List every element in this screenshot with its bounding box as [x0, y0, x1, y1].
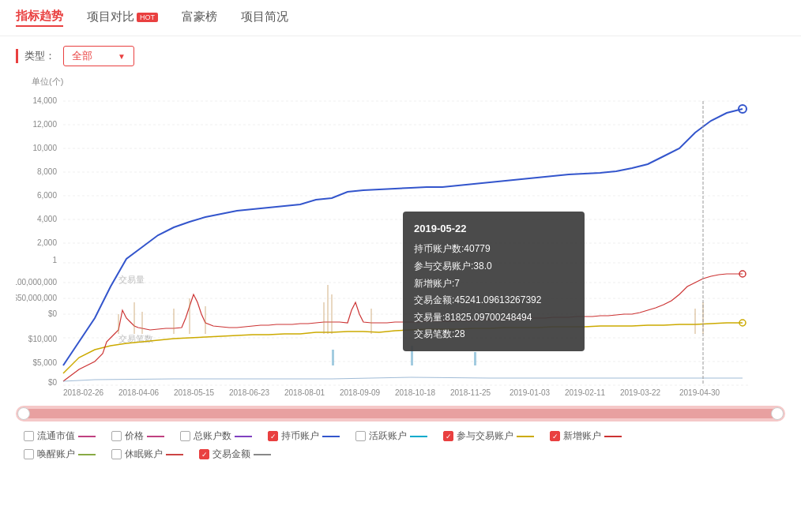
- top-nav: 指标趋势 项目对比HOT 富豪榜 项目简况: [0, 0, 801, 36]
- svg-text:6,000: 6,000: [37, 191, 57, 200]
- svg-text:交易量: 交易量: [118, 275, 145, 284]
- legend-line-dormant-accounts: [166, 454, 183, 455]
- svg-text:2018-10-18: 2018-10-18: [395, 388, 436, 397]
- legend-checkbox-new-accounts[interactable]: [550, 431, 560, 441]
- legend-checkbox-trade-amount[interactable]: [199, 449, 209, 459]
- svg-text:2018-09-09: 2018-09-09: [340, 388, 381, 397]
- svg-text:$50,000,000: $50,000,000: [16, 294, 57, 302]
- legend-label-active-accounts: 活跃账户: [369, 429, 407, 443]
- y-axis-label: 单位(个): [32, 76, 785, 88]
- legend-item-wakeup-accounts[interactable]: 唤醒账户: [24, 448, 96, 461]
- filter-row: 类型： 全部 ▼: [0, 36, 801, 76]
- type-select-value: 全部: [72, 49, 92, 63]
- legend-item-new-accounts[interactable]: 新增账户: [550, 429, 622, 443]
- legend-item-total-accounts[interactable]: 总账户数: [180, 429, 252, 443]
- legend-row-1: 流通市值 价格 总账户数 持币账户 活跃账户 参与: [24, 429, 777, 443]
- legend-item-holding-accounts[interactable]: 持币账户: [268, 429, 340, 443]
- svg-text:2019-02-11: 2019-02-11: [565, 388, 606, 397]
- svg-text:$100,000,000: $100,000,000: [16, 278, 57, 287]
- legend-line-price: [147, 436, 164, 437]
- legend-checkbox-holding-accounts[interactable]: [268, 431, 278, 441]
- legend-item-dormant-accounts[interactable]: 休眠账户: [111, 448, 183, 461]
- svg-text:14,000: 14,000: [32, 96, 57, 105]
- nav-item-indicators[interactable]: 指标趋势: [16, 9, 63, 27]
- legend-item-trade-amount[interactable]: 交易金额: [199, 448, 271, 461]
- svg-text:2018-06-23: 2018-06-23: [229, 388, 270, 397]
- legend-line-trading-accounts: [517, 436, 534, 437]
- scrollbar-handle-right[interactable]: [771, 407, 784, 420]
- svg-text:2019-03-22: 2019-03-22: [620, 388, 661, 397]
- legend-line-active-accounts: [410, 436, 427, 437]
- legend-item-trading-accounts[interactable]: 参与交易账户: [443, 429, 534, 443]
- svg-text:2018-05-15: 2018-05-15: [174, 388, 215, 397]
- svg-text:$0: $0: [48, 378, 58, 387]
- svg-text:$10,000: $10,000: [28, 335, 58, 343]
- chart-svg: .grid-line { stroke: #ddd; stroke-width:…: [16, 89, 758, 397]
- legend-checkbox-active-accounts[interactable]: [355, 431, 366, 441]
- legend-label-price: 价格: [125, 429, 144, 443]
- legend-line-market-cap: [78, 436, 96, 437]
- legend-label-trading-accounts: 参与交易账户: [457, 429, 513, 443]
- svg-text:2,000: 2,000: [37, 238, 57, 247]
- legend-checkbox-total-accounts[interactable]: [180, 431, 190, 441]
- legend-area: 流通市值 价格 总账户数 持币账户 活跃账户 参与: [0, 421, 801, 474]
- legend-checkbox-market-cap[interactable]: [24, 431, 34, 441]
- filter-label: 类型：: [16, 49, 55, 63]
- svg-text:12,000: 12,000: [32, 120, 57, 129]
- hot-badge: HOT: [137, 13, 158, 22]
- chart-svg-wrapper: .grid-line { stroke: #ddd; stroke-width:…: [16, 89, 785, 399]
- legend-item-market-cap[interactable]: 流通市值: [24, 429, 96, 443]
- legend-line-holding-accounts: [322, 436, 340, 437]
- svg-text:$0: $0: [48, 309, 58, 318]
- tooltip-field-2: 新增账户:7: [414, 275, 573, 293]
- scrollbar-handle-left[interactable]: [17, 407, 30, 420]
- svg-text:4,000: 4,000: [37, 215, 57, 223]
- legend-label-new-accounts: 新增账户: [563, 429, 601, 443]
- svg-text:2018-04-06: 2018-04-06: [118, 388, 160, 397]
- svg-text:2018-02-26: 2018-02-26: [63, 388, 104, 397]
- legend-label-wakeup-accounts: 唤醒账户: [37, 448, 75, 461]
- svg-text:2018-08-01: 2018-08-01: [284, 388, 325, 397]
- tooltip-field-5: 交易笔数:28: [414, 326, 573, 343]
- svg-rect-47: [474, 352, 476, 365]
- legend-label-dormant-accounts: 休眠账户: [125, 448, 163, 461]
- tooltip-field-4: 交易量:81825.09700248494: [414, 309, 573, 327]
- chevron-down-icon: ▼: [118, 52, 126, 61]
- svg-rect-45: [332, 350, 334, 365]
- legend-checkbox-price[interactable]: [111, 431, 122, 441]
- svg-text:8,000: 8,000: [37, 167, 57, 176]
- svg-text:2018-11-25: 2018-11-25: [450, 388, 491, 397]
- svg-text:1: 1: [52, 256, 57, 264]
- legend-checkbox-dormant-accounts[interactable]: [111, 449, 122, 459]
- svg-text:2019-04-30: 2019-04-30: [679, 388, 720, 397]
- legend-line-new-accounts: [604, 436, 622, 437]
- tooltip-field-3: 交易金额:45241.09613267392: [414, 292, 573, 309]
- legend-label-trade-amount: 交易金额: [212, 448, 250, 461]
- legend-label-total-accounts: 总账户数: [194, 429, 231, 443]
- chart-scrollbar[interactable]: [16, 406, 785, 421]
- nav-item-summary[interactable]: 项目简况: [241, 9, 288, 26]
- legend-item-active-accounts[interactable]: 活跃账户: [355, 429, 427, 443]
- legend-checkbox-wakeup-accounts[interactable]: [24, 449, 34, 459]
- type-select[interactable]: 全部 ▼: [63, 46, 134, 66]
- legend-line-trade-amount: [254, 454, 271, 455]
- tooltip-date: 2019-05-22: [414, 219, 573, 238]
- legend-checkbox-trading-accounts[interactable]: [443, 431, 453, 441]
- tooltip-field-0: 持币账户数:40779: [414, 241, 573, 258]
- svg-text:10,000: 10,000: [32, 144, 57, 152]
- legend-line-wakeup-accounts: [78, 454, 96, 455]
- chart-container: 单位(个) .grid-line { stroke: #ddd; stroke-…: [16, 76, 785, 399]
- nav-item-rich[interactable]: 富豪榜: [182, 9, 217, 26]
- legend-row-2: 唤醒账户 休眠账户 交易金额: [24, 448, 777, 461]
- svg-text:$5,000: $5,000: [32, 358, 57, 367]
- legend-item-price[interactable]: 价格: [111, 429, 164, 443]
- legend-line-total-accounts: [235, 436, 252, 437]
- tooltip-field-1: 参与交易账户:38.0: [414, 258, 573, 275]
- legend-label-holding-accounts: 持币账户: [281, 429, 319, 443]
- svg-text:2019-01-03: 2019-01-03: [510, 388, 551, 397]
- chart-tooltip: 2019-05-22 持币账户数:40779 参与交易账户:38.0 新增账户:…: [403, 212, 585, 351]
- legend-label-market-cap: 流通市值: [37, 429, 75, 443]
- scrollbar-track: [20, 409, 781, 418]
- nav-item-compare[interactable]: 项目对比HOT: [87, 9, 158, 26]
